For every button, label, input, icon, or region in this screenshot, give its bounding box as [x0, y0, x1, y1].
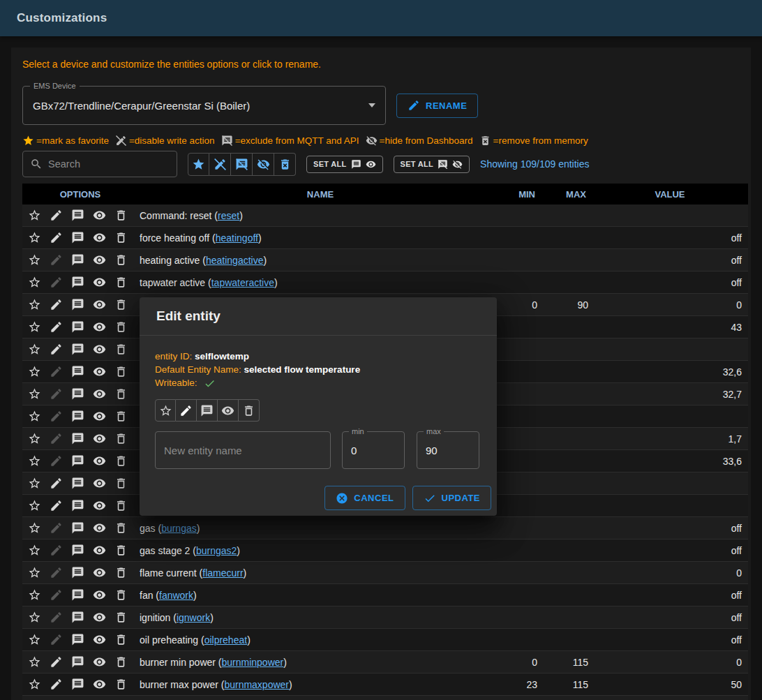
max-input[interactable] — [426, 445, 470, 456]
table-row[interactable]: burner min power (burnminpower) 0 115 0 — [22, 651, 748, 673]
update-button[interactable]: UPDATE — [412, 486, 491, 510]
comment-icon — [71, 499, 84, 512]
entity-id-link[interactable]: burnminpower — [222, 657, 284, 668]
star-icon — [192, 158, 205, 171]
trash-icon — [114, 298, 128, 311]
eye-icon — [93, 276, 106, 289]
eye-off-icon — [257, 158, 270, 171]
entity-toggle-eye[interactable] — [218, 399, 239, 422]
legend-text: =mark as favorite — [36, 135, 109, 146]
delete-trash-icon-wrap — [110, 544, 132, 557]
entity-id-link[interactable]: ignwork — [177, 612, 210, 623]
entity-id-link[interactable]: heatingactive — [206, 255, 264, 266]
ems-device-select[interactable]: EMS Device GBx72/Trendline/Cerapur/Green… — [22, 86, 386, 125]
delete-trash-icon-wrap — [110, 298, 132, 311]
filter-toggle-star[interactable] — [188, 153, 209, 176]
row-options — [22, 410, 138, 423]
comment-off-icon — [438, 159, 448, 170]
controls-row: SET ALLSET ALL Showing 109/109 entities — [22, 151, 748, 177]
set-all-buttons: SET ALLSET ALL — [306, 156, 470, 173]
trash-icon — [114, 544, 128, 557]
cancel-button-label: CANCEL — [354, 493, 394, 503]
table-row[interactable]: oil preheating (oilpreheat) off — [22, 629, 748, 651]
entity-id-link[interactable]: heatingoff — [216, 232, 258, 244]
entity-id-link[interactable]: reset — [218, 210, 239, 221]
entity-name-cell: fan (fanwork) — [138, 590, 502, 601]
row-options — [22, 343, 138, 356]
entity-id-link[interactable]: fanwork — [159, 590, 193, 601]
max-field[interactable]: max — [417, 431, 479, 469]
visibility-eye-icon-wrap — [89, 499, 110, 512]
entity-id-label: entity ID: — [155, 351, 192, 362]
entity-id-link[interactable]: oilpreheat — [204, 634, 248, 646]
row-options — [22, 387, 138, 401]
row-options — [22, 655, 138, 669]
table-row[interactable]: ignition (ignwork) off — [22, 606, 748, 629]
value-cell: off — [592, 590, 748, 601]
eye-icon — [93, 209, 106, 222]
cancel-button[interactable]: CANCEL — [324, 486, 405, 510]
rename-button[interactable]: RENAME — [396, 94, 478, 118]
filter-toggle-delete-forever[interactable] — [274, 153, 296, 176]
search-box[interactable] — [22, 151, 177, 177]
entity-toggle-delete[interactable] — [239, 399, 260, 422]
entity-id-link[interactable]: flamecurr — [202, 567, 243, 579]
min-field[interactable]: min — [342, 431, 405, 469]
app-bar: Customizations — [0, 0, 762, 36]
filter-toggle-edit-off[interactable] — [209, 153, 231, 176]
showing-entities-text: Showing 109/109 entities — [480, 158, 589, 170]
entity-toggle-comment[interactable] — [197, 399, 218, 422]
trash-icon — [114, 432, 128, 445]
search-input[interactable] — [48, 158, 170, 170]
new-entity-name-field[interactable] — [155, 431, 331, 469]
table-row[interactable]: Command: reset (reset) — [22, 204, 748, 227]
set-all-button-2[interactable]: SET ALL — [394, 156, 470, 173]
intro-text: Select a device and customize the entiti… — [22, 59, 748, 70]
filter-toggle-eye-off[interactable] — [253, 153, 274, 176]
filter-toggle-comment-off[interactable] — [231, 153, 253, 176]
entity-name: burner min power ( — [140, 657, 222, 668]
entity-name: burner max power ( — [140, 679, 224, 690]
entity-toggle-edit[interactable] — [176, 399, 197, 422]
set-all-button-1[interactable]: SET ALL — [306, 156, 383, 173]
visibility-eye-icon-wrap — [89, 410, 110, 423]
table-row[interactable]: gas stage 2 (burngas2) off — [22, 539, 748, 562]
table-row[interactable]: burner max power (burnmaxpower) 23 115 5… — [22, 673, 748, 696]
min-field-label: min — [349, 427, 367, 435]
entity-toggle-star-outline[interactable] — [155, 399, 176, 422]
eye-icon — [93, 410, 106, 423]
table-row[interactable]: heating active (heatingactive) off — [22, 249, 748, 271]
edit-off-icon — [115, 135, 127, 147]
new-entity-name-input[interactable] — [164, 445, 322, 456]
visibility-eye-icon-wrap — [89, 320, 110, 334]
comment-icon — [71, 231, 84, 244]
entity-id-link[interactable]: tapwateractive — [211, 277, 274, 288]
comment-icon — [71, 343, 84, 356]
legend-item: =remove from memory — [479, 135, 588, 147]
mqtt-comment-icon-wrap — [67, 611, 89, 624]
table-row[interactable]: gas (burngas) off — [22, 517, 748, 539]
table-row[interactable] — [22, 696, 748, 700]
column-header-max: MAX — [541, 189, 592, 200]
table-row[interactable]: flame current (flamecurr) 0 — [22, 562, 748, 584]
trash-icon — [114, 231, 128, 244]
table-row[interactable]: fan (fanwork) off — [22, 584, 748, 606]
table-row[interactable]: tapwater active (tapwateractive) off — [22, 271, 748, 294]
entity-name-paren: ) — [274, 277, 278, 288]
comment-icon — [71, 655, 84, 669]
min-input[interactable] — [351, 445, 396, 456]
edit-icon — [179, 404, 193, 417]
entity-id-link[interactable]: burngas — [161, 523, 197, 534]
delete-trash-icon-wrap — [110, 410, 132, 423]
star-icon — [28, 544, 41, 557]
row-options — [22, 499, 138, 512]
table-row[interactable]: force heating off (heatingoff) off — [22, 227, 748, 249]
favorite-star-icon-wrap — [24, 209, 45, 222]
trash-icon — [114, 209, 128, 222]
mqtt-comment-icon-wrap — [67, 276, 89, 289]
entity-id-link[interactable]: burnmaxpower — [224, 679, 289, 690]
entity-id-link[interactable]: burngas2 — [196, 545, 237, 556]
dialog-fields: min max — [155, 431, 481, 469]
writeable-label: Writeable: — [155, 378, 197, 388]
comment-icon — [71, 521, 84, 535]
